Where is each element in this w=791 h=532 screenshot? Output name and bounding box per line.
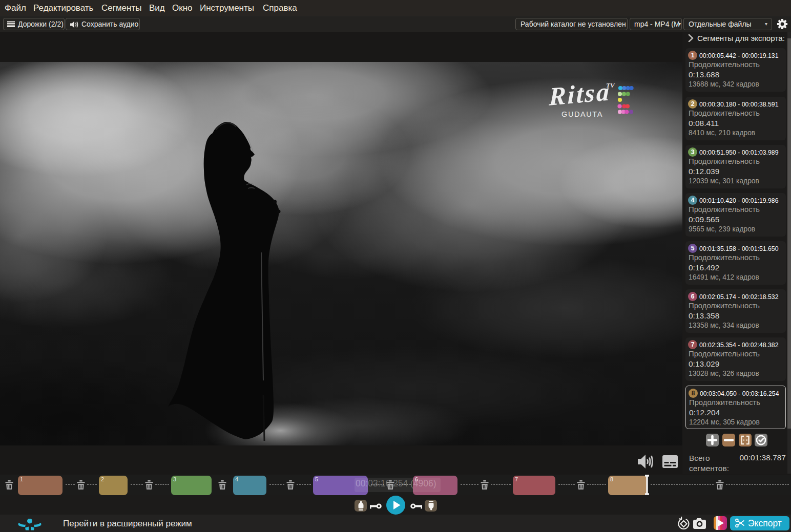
svg-text:GUDAUTA: GUDAUTA (561, 110, 603, 118)
svg-text:TV: TV (606, 81, 615, 89)
svg-text:Ritsa: Ritsa (548, 77, 610, 111)
